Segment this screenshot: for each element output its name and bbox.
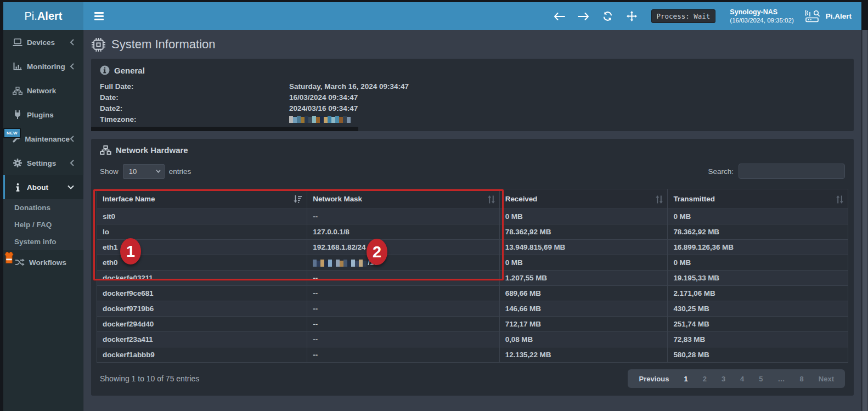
cell-interface-name: sit0 xyxy=(97,209,307,224)
cell-received: 0 MB xyxy=(499,209,668,224)
cell-received: 0 MB xyxy=(499,255,668,271)
logo-text-pi: Pi. xyxy=(25,10,37,22)
entries-select-wrap: 10 xyxy=(123,164,165,179)
pagination-page-5[interactable]: 5 xyxy=(759,375,763,383)
host-info: Synology-NAS (16/03/2024, 09:35:02) xyxy=(730,8,793,25)
cell-transmitted: 580,28 MB xyxy=(668,347,848,363)
sidebar-item-settings[interactable]: Settings xyxy=(3,151,83,175)
host-timestamp: (16/03/2024, 09:35:02) xyxy=(730,16,793,25)
general-row-value: Saturday, March 16, 2024 09:34:47 xyxy=(289,82,409,91)
sidebar-subitem-donations[interactable]: Donations xyxy=(3,199,83,216)
about-submenu: Donations Help / FAQ System info xyxy=(3,199,83,250)
pagination-page-4[interactable]: 4 xyxy=(740,375,744,383)
pagination-ellipsis: … xyxy=(778,375,785,383)
sidebar-toggle-button[interactable] xyxy=(91,7,110,26)
cell-transmitted: 251,74 MB xyxy=(668,317,848,332)
general-row: Full Date: Saturday, March 16, 2024 09:3… xyxy=(100,81,848,92)
refresh-icon xyxy=(602,12,613,21)
sidebar-item-plugins[interactable]: Plugins xyxy=(3,103,83,127)
cell-received: 712,17 MB xyxy=(499,317,668,332)
sidebar-item-workflows[interactable]: Workflows xyxy=(3,250,83,274)
general-row-label: Date: xyxy=(100,93,289,102)
general-row-label: Timezone: xyxy=(100,115,289,123)
router-scan-icon xyxy=(805,10,821,23)
general-row-timezone: Timezone: xyxy=(100,114,848,125)
laptop-icon xyxy=(12,38,23,47)
table-row: dockerf23a411 -- 0,08 MB 72,83 MB xyxy=(97,332,848,347)
nav-forward-button[interactable] xyxy=(576,8,592,25)
cell-interface-name: dockerfa03211 xyxy=(97,271,307,286)
brand-label: Pi.Alert xyxy=(826,12,852,20)
cell-received: 689,66 MB xyxy=(499,286,668,301)
general-row-value: 16/03/2024 09:34:47 xyxy=(289,93,358,102)
sidebar-item-devices[interactable]: Devices xyxy=(3,30,83,54)
pagination-page-2[interactable]: 2 xyxy=(703,375,707,383)
cell-transmitted: 19.195,33 MB xyxy=(668,271,848,286)
general-rows: Full Date: Saturday, March 16, 2024 09:3… xyxy=(97,81,848,125)
sidebar-item-label: About xyxy=(27,183,48,192)
move-icon xyxy=(627,11,637,21)
pagination-next-button[interactable]: Next xyxy=(819,375,834,383)
sort-both-icon xyxy=(836,195,843,204)
sidebar-item-about[interactable]: About xyxy=(3,175,83,199)
cell-transmitted: 430,25 MB xyxy=(668,301,848,317)
sidebar-item-network[interactable]: Network xyxy=(3,78,83,103)
page-title-row: System Information xyxy=(91,35,854,54)
brand-block[interactable]: Pi.Alert xyxy=(805,10,854,23)
sidebar-item-maintenance[interactable]: NEW Maintenance xyxy=(3,127,83,151)
scrollbar-thumb[interactable] xyxy=(863,30,867,411)
cell-network-mask: 127.0.0.1/8 xyxy=(307,224,499,240)
column-header-interface-name[interactable]: Interface Name xyxy=(97,189,307,209)
column-header-received[interactable]: Received xyxy=(499,189,668,209)
general-row-value: 2024/03/16 09:34:47 xyxy=(289,104,358,112)
move-fullscreen-button[interactable] xyxy=(624,8,640,25)
table-row: lo 127.0.0.1/8 78.362,92 MB 78.362,92 MB xyxy=(97,224,848,240)
pagination-page-8[interactable]: 8 xyxy=(800,375,804,383)
sidebar-item-label: Maintenance xyxy=(25,135,70,143)
sidebar-subitem-system-info[interactable]: System info xyxy=(3,233,83,250)
search-input[interactable] xyxy=(739,164,845,179)
cell-received: 146,66 MB xyxy=(499,301,668,317)
app-window: Pi.Alert xyxy=(3,2,861,411)
refresh-button[interactable] xyxy=(600,8,616,25)
sidebar-item-monitoring[interactable]: Monitoring xyxy=(3,54,83,78)
cell-network-mask: -- xyxy=(307,317,499,332)
table-row: dockerf1abbb9 -- 12.135,22 MB 580,28 MB xyxy=(97,347,848,363)
general-row-label: Full Date: xyxy=(100,82,289,91)
cell-received: 13.949.815,69 MB xyxy=(499,240,668,255)
cell-received: 0,08 MB xyxy=(499,332,668,347)
pagination-page-1[interactable]: 1 xyxy=(684,375,687,383)
cell-transmitted: 2.171,06 MB xyxy=(668,286,848,301)
show-label: Show xyxy=(100,167,119,176)
cell-interface-name: dockerf9ce681 xyxy=(97,286,307,301)
cell-network-mask: -- xyxy=(307,301,499,317)
column-header-network-mask[interactable]: Network Mask xyxy=(307,189,499,209)
general-row-label: Date2: xyxy=(100,104,289,112)
sidebar-menu: Devices Monitoring Network xyxy=(3,30,83,199)
app-logo[interactable]: Pi.Alert xyxy=(3,2,83,30)
navbar-right: Process: Wait Synology-NAS (16/03/2024, … xyxy=(551,8,854,25)
page-scrollbar[interactable] xyxy=(861,30,868,411)
sidebar-item-label: Plugins xyxy=(27,111,54,119)
chevron-left-icon xyxy=(70,160,74,166)
nav-back-button[interactable] xyxy=(551,8,568,25)
chevron-left-icon xyxy=(70,39,74,46)
cell-interface-name: dockerf1abbb9 xyxy=(97,347,307,363)
page-title: System Information xyxy=(111,37,216,52)
cell-network-mask-redacted: /16 xyxy=(307,255,499,271)
host-name: Synology-NAS xyxy=(730,8,793,16)
entries-select[interactable]: 10 xyxy=(123,164,165,179)
cell-received: 1.207,55 MB xyxy=(499,271,668,286)
search-label: Search: xyxy=(708,167,734,176)
sidebar-item-label: Workflows xyxy=(29,258,66,267)
column-header-transmitted[interactable]: Transmitted xyxy=(668,189,848,209)
cell-transmitted: 78.362,92 MB xyxy=(668,224,848,240)
cell-transmitted: 72,83 MB xyxy=(668,332,848,347)
pagination: Previous 1 2 3 4 5 … 8 Next xyxy=(628,369,845,388)
pagination-page-3[interactable]: 3 xyxy=(722,375,725,383)
table-row: dockerf294d40 -- 712,17 MB 251,74 MB xyxy=(97,317,848,332)
general-panel-header: General xyxy=(97,65,848,75)
pagination-previous-button[interactable]: Previous xyxy=(639,375,669,383)
sidebar-subitem-help-faq[interactable]: Help / FAQ xyxy=(3,216,83,233)
cell-network-mask: -- xyxy=(307,332,499,347)
